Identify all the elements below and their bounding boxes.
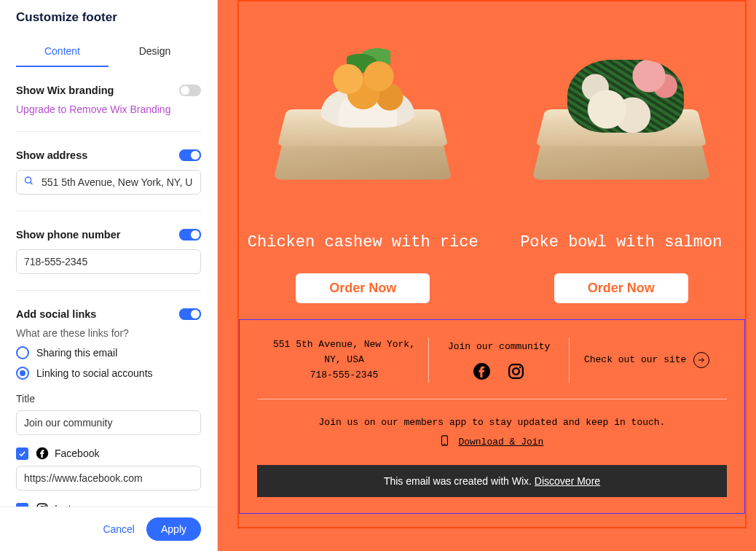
download-join-link[interactable]: Download & Join xyxy=(458,437,543,448)
panel-footer: Cancel Apply xyxy=(0,507,217,551)
product-card: Chicken cashew with rice Order Now xyxy=(237,22,489,303)
wix-text: This email was created with Wix. xyxy=(384,475,535,487)
radio-icon xyxy=(16,346,29,359)
order-now-button[interactable]: Order Now xyxy=(296,273,430,303)
footer-phone: 718-555-2345 xyxy=(260,368,428,383)
svg-point-0 xyxy=(25,177,31,183)
svg-point-8 xyxy=(513,368,519,375)
footer-community-title: Join our community xyxy=(429,340,569,355)
social-title-label: Title xyxy=(16,393,201,405)
footer-address-col: 551 5th Avenue, New York, NY, USA 718-55… xyxy=(260,337,428,383)
facebook-icon xyxy=(36,447,49,460)
facebook-checkbox[interactable] xyxy=(16,448,28,460)
tab-design[interactable]: Design xyxy=(109,38,201,67)
mobile-icon xyxy=(441,435,449,449)
customize-footer-panel: Customize footer Content Design Show Wix… xyxy=(0,0,218,551)
radio-icon xyxy=(16,367,29,380)
footer-app-text: Join us on our members app to stay updat… xyxy=(257,417,727,428)
facebook-label: Facebook xyxy=(55,448,99,459)
radio-share-email[interactable]: Sharing this email xyxy=(16,346,201,359)
footer-section-selected[interactable]: 551 5th Avenue, New York, NY, USA 718-55… xyxy=(239,319,745,514)
order-now-button[interactable]: Order Now xyxy=(554,273,688,303)
facebook-url-input[interactable] xyxy=(16,466,201,491)
address-toggle[interactable] xyxy=(179,149,201,161)
branding-label: Show Wix branding xyxy=(16,85,114,96)
radio-social-accounts[interactable]: Linking to social accounts xyxy=(16,367,201,380)
tab-content[interactable]: Content xyxy=(16,38,109,67)
product-grid: Chicken cashew with rice Order Now Poke … xyxy=(237,0,747,303)
footer-social-col: Join our community xyxy=(429,340,569,380)
svg-line-1 xyxy=(31,182,33,184)
arrow-right-icon xyxy=(693,352,709,368)
panel-tabs: Content Design xyxy=(16,38,201,67)
social-title-input[interactable] xyxy=(16,410,201,435)
footer-facebook-icon[interactable] xyxy=(473,362,491,380)
address-input[interactable] xyxy=(16,170,201,195)
footer-address-line2: NY, USA xyxy=(260,353,428,368)
social-toggle[interactable] xyxy=(179,308,201,320)
phone-label: Show phone number xyxy=(16,229,120,241)
footer-site-label: Check out our site xyxy=(584,353,686,368)
address-label: Show address xyxy=(16,149,87,161)
cancel-button[interactable]: Cancel xyxy=(103,523,135,535)
footer-instagram-icon[interactable] xyxy=(507,362,525,380)
product-image xyxy=(261,22,465,211)
branding-toggle[interactable] xyxy=(179,85,201,96)
social-label: Add social links xyxy=(16,308,96,320)
apply-button[interactable]: Apply xyxy=(146,517,201,541)
social-row-facebook: Facebook xyxy=(16,447,201,460)
social-help: What are these links for? xyxy=(16,327,201,339)
panel-title: Customize footer xyxy=(16,10,201,25)
footer-download-row: Download & Join xyxy=(257,435,727,449)
product-image xyxy=(519,22,723,211)
upgrade-link[interactable]: Upgrade to Remove Wix Branding xyxy=(16,103,201,115)
product-card: Poke bowl with salmon Order Now xyxy=(496,22,747,303)
wix-branding-bar: This email was created with Wix. Discove… xyxy=(257,465,727,497)
phone-toggle[interactable] xyxy=(179,229,201,241)
svg-rect-7 xyxy=(509,364,523,378)
footer-address-line1: 551 5th Avenue, New York, xyxy=(260,337,428,353)
product-name: Poke bowl with salmon xyxy=(520,233,722,251)
footer-site-col[interactable]: Check out our site xyxy=(570,352,724,368)
email-preview: Chicken cashew with rice Order Now Poke … xyxy=(218,0,756,551)
product-name: Chicken cashew with rice xyxy=(248,233,479,251)
search-icon xyxy=(23,176,34,189)
svg-point-9 xyxy=(519,367,521,369)
phone-input[interactable] xyxy=(16,249,201,274)
discover-more-link[interactable]: Discover More xyxy=(535,475,600,487)
